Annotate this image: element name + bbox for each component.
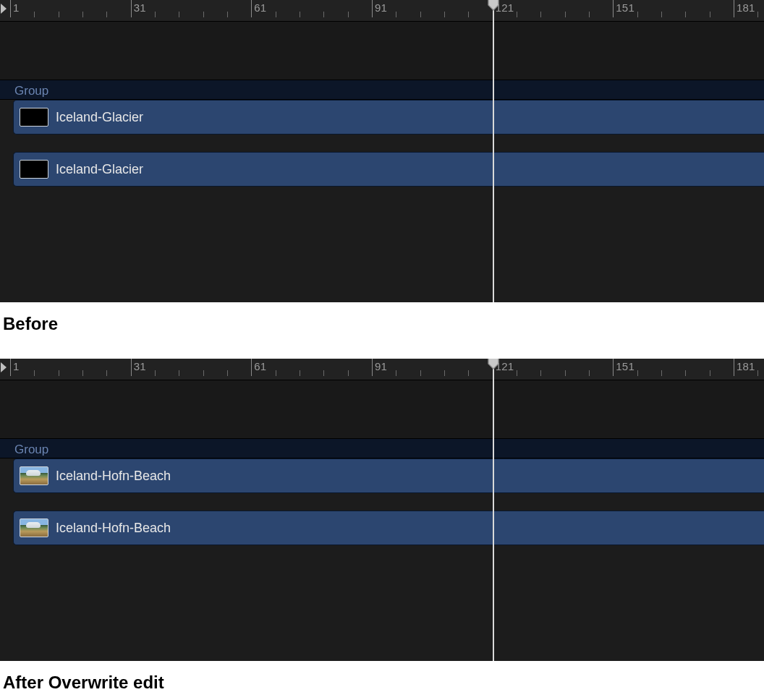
- ruler-tick-minor: [348, 12, 349, 17]
- ruler-tick-minor: [420, 370, 421, 376]
- ruler-tick-label: 1: [13, 1, 20, 14]
- ruler-tick-minor: [540, 12, 541, 17]
- clip-iceland-hofn-beach-1[interactable]: Iceland-Hofn-Beach: [13, 458, 764, 493]
- ruler-tick-minor: [276, 370, 276, 376]
- ruler-tick-major: [10, 359, 11, 376]
- ruler-tick-minor: [757, 370, 758, 376]
- ruler-tick-minor: [348, 370, 349, 376]
- ruler-tick-minor: [106, 12, 107, 17]
- ruler-tick-minor: [82, 12, 83, 17]
- ruler-tick-minor: [517, 12, 517, 17]
- ruler-tick-minor: [300, 370, 300, 376]
- ruler-tick-label: 31: [134, 360, 146, 372]
- timeline-ruler[interactable]: 1316191121151181: [0, 0, 764, 22]
- caption-before: Before: [0, 302, 764, 359]
- ruler-tick-minor: [203, 370, 204, 376]
- ruler-tick-major: [613, 359, 614, 376]
- clip-iceland-glacier-2[interactable]: Iceland-Glacier: [13, 152, 764, 187]
- group-label: Group: [14, 443, 48, 456]
- playhead[interactable]: [493, 359, 494, 661]
- ruler-tick-label: 151: [616, 360, 634, 372]
- ruler-tick-minor: [396, 370, 396, 376]
- ruler-tick-major: [131, 359, 132, 376]
- ruler-tick-minor: [517, 370, 517, 376]
- ruler-tick-label: 151: [616, 1, 634, 14]
- ruler-tick-label: 91: [375, 360, 387, 372]
- ruler-tick-minor: [227, 370, 228, 376]
- start-marker-icon: [1, 4, 7, 14]
- ruler-tick-minor: [59, 370, 59, 376]
- timeline-ruler[interactable]: 1316191121151181: [0, 359, 764, 380]
- timeline-tracks[interactable]: Group Iceland-Hofn-Beach Iceland-Hofn-Be…: [0, 380, 764, 661]
- ruler-tick-major: [613, 0, 614, 17]
- ruler-tick-minor: [227, 12, 228, 17]
- ruler-tick-major: [734, 0, 734, 17]
- ruler-tick-major: [10, 0, 11, 17]
- ruler-tick-minor: [276, 12, 276, 17]
- ruler-tick-major: [372, 0, 373, 17]
- clip-thumbnail-icon: [20, 466, 48, 485]
- start-marker-icon: [1, 362, 7, 372]
- group-header[interactable]: Group: [0, 438, 764, 458]
- ruler-tick-major: [131, 0, 132, 17]
- ruler-tick-minor: [420, 12, 421, 17]
- ruler-tick-minor: [661, 12, 662, 17]
- ruler-tick-minor: [685, 370, 686, 376]
- clip-thumbnail-icon: [20, 518, 48, 537]
- ruler-tick-minor: [589, 12, 590, 17]
- track-spacer: [0, 22, 764, 80]
- track-gap: [0, 135, 764, 152]
- ruler-tick-minor: [300, 12, 300, 17]
- ruler-tick-major: [251, 359, 252, 376]
- ruler-tick-minor: [444, 370, 445, 376]
- ruler-tick-major: [251, 0, 252, 17]
- clip-iceland-glacier-1[interactable]: Iceland-Glacier: [13, 100, 764, 135]
- ruler-tick-minor: [710, 12, 710, 17]
- ruler-tick-label: 61: [254, 1, 266, 14]
- clip-iceland-hofn-beach-2[interactable]: Iceland-Hofn-Beach: [13, 511, 764, 545]
- group-label: Group: [14, 84, 48, 98]
- ruler-tick-minor: [710, 370, 710, 376]
- ruler-tick-minor: [155, 370, 156, 376]
- playhead-head-icon[interactable]: [487, 359, 500, 370]
- group-header[interactable]: Group: [0, 80, 764, 100]
- caption-after: After Overwrite edit: [0, 661, 764, 700]
- timeline-before: 1316191121151181 Group Iceland-Glacier I…: [0, 0, 764, 302]
- ruler-tick-minor: [685, 12, 686, 17]
- track-gap: [0, 493, 764, 511]
- ruler-tick-minor: [444, 12, 445, 17]
- clip-thumbnail-icon: [20, 108, 48, 127]
- ruler-tick-minor: [59, 12, 59, 17]
- ruler-tick-minor: [468, 370, 469, 376]
- ruler-tick-minor: [323, 12, 324, 17]
- timeline-after: 1316191121151181 Group Iceland-Hofn-Beac…: [0, 359, 764, 661]
- ruler-tick-major: [734, 359, 734, 376]
- playhead[interactable]: [493, 0, 494, 302]
- timeline-tracks[interactable]: Group Iceland-Glacier Iceland-Glacier: [0, 22, 764, 302]
- track-spacer: [0, 380, 764, 438]
- ruler-tick-minor: [757, 12, 758, 17]
- ruler-tick-minor: [82, 370, 83, 376]
- ruler-tick-minor: [323, 370, 324, 376]
- ruler-tick-label: 181: [737, 1, 755, 14]
- clip-label: Iceland-Glacier: [56, 162, 143, 177]
- ruler-tick-minor: [179, 370, 179, 376]
- ruler-tick-minor: [34, 370, 35, 376]
- ruler-tick-minor: [540, 370, 541, 376]
- ruler-tick-major: [372, 359, 373, 376]
- ruler-tick-minor: [396, 12, 396, 17]
- ruler-tick-label: 91: [375, 1, 387, 14]
- ruler-tick-minor: [565, 12, 566, 17]
- ruler-tick-label: 1: [13, 360, 20, 372]
- clip-label: Iceland-Glacier: [56, 110, 143, 125]
- playhead-head-icon[interactable]: [487, 0, 500, 12]
- ruler-tick-label: 61: [254, 360, 266, 372]
- ruler-tick-minor: [565, 370, 566, 376]
- ruler-tick-minor: [179, 12, 179, 17]
- ruler-tick-minor: [468, 12, 469, 17]
- ruler-tick-label: 31: [134, 1, 146, 14]
- ruler-tick-minor: [106, 370, 107, 376]
- clip-label: Iceland-Hofn-Beach: [56, 521, 171, 536]
- clip-thumbnail-icon: [20, 160, 48, 179]
- ruler-tick-minor: [155, 12, 156, 17]
